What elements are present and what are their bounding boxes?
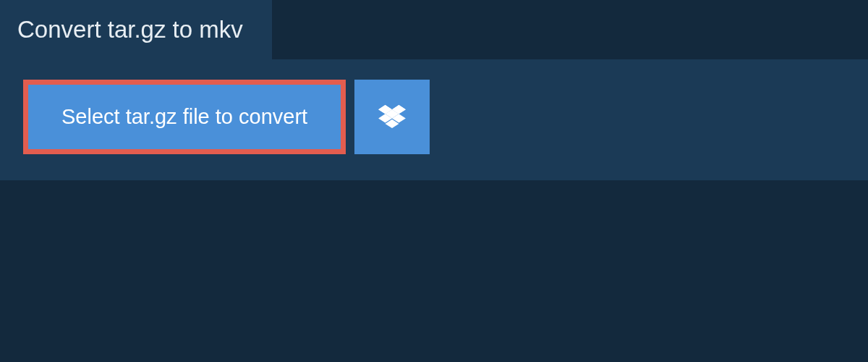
page-title: Convert tar.gz to mkv bbox=[17, 16, 243, 43]
content-panel: Select tar.gz file to convert bbox=[0, 59, 868, 180]
dropbox-icon bbox=[378, 105, 406, 130]
button-row: Select tar.gz file to convert bbox=[23, 80, 845, 154]
select-file-label: Select tar.gz file to convert bbox=[61, 105, 307, 129]
select-file-button[interactable]: Select tar.gz file to convert bbox=[23, 80, 346, 154]
dropbox-button[interactable] bbox=[354, 80, 430, 154]
tab-header: Convert tar.gz to mkv bbox=[0, 0, 272, 59]
